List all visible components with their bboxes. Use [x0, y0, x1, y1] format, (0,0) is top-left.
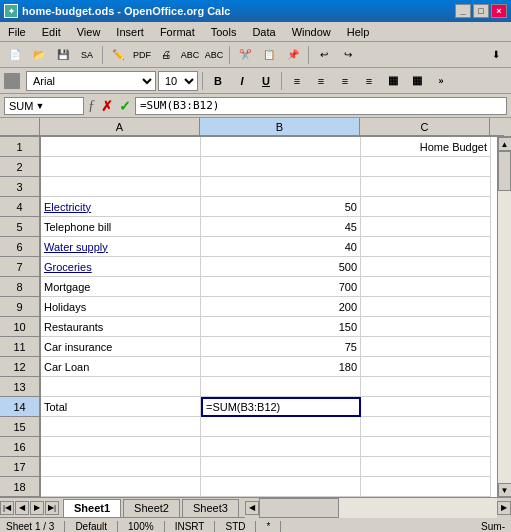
- undo-button[interactable]: ↩: [313, 45, 335, 65]
- pdf-button[interactable]: PDF: [131, 45, 153, 65]
- cell-b1[interactable]: [201, 137, 361, 157]
- row-header-13[interactable]: 13: [0, 377, 40, 397]
- cell-b4[interactable]: 50: [201, 197, 361, 217]
- cell-c3[interactable]: [361, 177, 491, 197]
- row-header-11[interactable]: 11: [0, 337, 40, 357]
- cell-a18[interactable]: [41, 477, 201, 497]
- cell-c5[interactable]: [361, 217, 491, 237]
- row-header-18[interactable]: 18: [0, 477, 40, 497]
- bold-button[interactable]: B: [207, 71, 229, 91]
- cell-a15[interactable]: [41, 417, 201, 437]
- sheet-nav-prev[interactable]: ◀: [15, 501, 29, 515]
- paste-button[interactable]: 📌: [282, 45, 304, 65]
- cell-c7[interactable]: [361, 257, 491, 277]
- cell-c8[interactable]: [361, 277, 491, 297]
- cell-a8[interactable]: Mortgage: [41, 277, 201, 297]
- row-header-12[interactable]: 12: [0, 357, 40, 377]
- sheet-nav[interactable]: |◀ ◀ ▶ ▶|: [0, 501, 59, 515]
- menu-help[interactable]: Help: [341, 24, 376, 40]
- col-header-c[interactable]: C: [360, 118, 490, 136]
- row-header-16[interactable]: 16: [0, 437, 40, 457]
- align-center-button[interactable]: ≡: [310, 71, 332, 91]
- cell-reference-box[interactable]: SUM ▼: [4, 97, 84, 115]
- menu-format[interactable]: Format: [154, 24, 201, 40]
- function-wizard-icon[interactable]: ƒ: [88, 98, 95, 114]
- accept-formula-icon[interactable]: ✓: [119, 98, 131, 114]
- cell-b15[interactable]: [201, 417, 361, 437]
- more-button[interactable]: »: [430, 71, 452, 91]
- cell-c17[interactable]: [361, 457, 491, 477]
- cell-b16[interactable]: [201, 437, 361, 457]
- sheet-nav-last[interactable]: ▶|: [45, 501, 59, 515]
- justify-button[interactable]: ≡: [358, 71, 380, 91]
- row-header-17[interactable]: 17: [0, 457, 40, 477]
- col-header-a[interactable]: A: [40, 118, 200, 136]
- hscroll-left[interactable]: ◀: [245, 501, 259, 515]
- cell-b2[interactable]: [201, 157, 361, 177]
- row-header-4[interactable]: 4: [0, 197, 40, 217]
- cell-a6[interactable]: Water supply: [41, 237, 201, 257]
- window-controls[interactable]: _ □ ×: [455, 4, 507, 18]
- cell-a9[interactable]: Holidays: [41, 297, 201, 317]
- copy-button[interactable]: 📋: [258, 45, 280, 65]
- cell-c1[interactable]: Home Budget: [361, 137, 491, 157]
- underline-button[interactable]: U: [255, 71, 277, 91]
- scroll-down-button[interactable]: ▼: [498, 483, 512, 497]
- cell-c13[interactable]: [361, 377, 491, 397]
- cell-c18[interactable]: [361, 477, 491, 497]
- cell-b6[interactable]: 40: [201, 237, 361, 257]
- cell-c4[interactable]: [361, 197, 491, 217]
- scroll-thumb[interactable]: [498, 151, 511, 191]
- new-button[interactable]: 📄: [4, 45, 26, 65]
- cell-b7[interactable]: 500: [201, 257, 361, 277]
- menu-insert[interactable]: Insert: [110, 24, 150, 40]
- menu-edit[interactable]: Edit: [36, 24, 67, 40]
- menu-window[interactable]: Window: [286, 24, 337, 40]
- row-header-7[interactable]: 7: [0, 257, 40, 277]
- hscroll-thumb[interactable]: [259, 498, 339, 518]
- menu-data[interactable]: Data: [246, 24, 281, 40]
- cell-c10[interactable]: [361, 317, 491, 337]
- cell-c14[interactable]: [361, 397, 491, 417]
- row-header-9[interactable]: 9: [0, 297, 40, 317]
- scroll-track[interactable]: [498, 151, 511, 483]
- cell-a4[interactable]: Electricity: [41, 197, 201, 217]
- cell-c12[interactable]: [361, 357, 491, 377]
- cell-a10[interactable]: Restaurants: [41, 317, 201, 337]
- cell-a14[interactable]: Total: [41, 397, 201, 417]
- row-header-2[interactable]: 2: [0, 157, 40, 177]
- row-header-10[interactable]: 10: [0, 317, 40, 337]
- align-left-button[interactable]: ≡: [286, 71, 308, 91]
- horizontal-scrollbar[interactable]: ◀ ▶: [245, 498, 511, 518]
- sheet-nav-first[interactable]: |◀: [0, 501, 14, 515]
- row-header-1[interactable]: 1: [0, 137, 40, 157]
- sheet-tab-2[interactable]: Sheet2: [123, 499, 180, 517]
- cell-a16[interactable]: [41, 437, 201, 457]
- close-button[interactable]: ×: [491, 4, 507, 18]
- hscroll-track[interactable]: [259, 498, 497, 518]
- spellcheck-button[interactable]: ABC: [179, 45, 201, 65]
- formula-input[interactable]: [135, 97, 507, 115]
- cell-c16[interactable]: [361, 437, 491, 457]
- cell-b17[interactable]: [201, 457, 361, 477]
- sheet-tab-1[interactable]: Sheet1: [63, 499, 121, 517]
- spellcheck2-button[interactable]: ABC: [203, 45, 225, 65]
- cell-b18[interactable]: [201, 477, 361, 497]
- row-header-15[interactable]: 15: [0, 417, 40, 437]
- cell-c6[interactable]: [361, 237, 491, 257]
- cut-button[interactable]: ✂️: [234, 45, 256, 65]
- open-button[interactable]: 📂: [28, 45, 50, 65]
- col-header-b[interactable]: B: [200, 118, 360, 136]
- italic-button[interactable]: I: [231, 71, 253, 91]
- font-size-select[interactable]: 10: [158, 71, 198, 91]
- cell-b14[interactable]: =SUM(B3:B12): [201, 397, 361, 417]
- cell-a7[interactable]: Groceries: [41, 257, 201, 277]
- cell-c15[interactable]: [361, 417, 491, 437]
- cell-b5[interactable]: 45: [201, 217, 361, 237]
- print-button[interactable]: 🖨: [155, 45, 177, 65]
- save-button[interactable]: 💾: [52, 45, 74, 65]
- cell-b10[interactable]: 150: [201, 317, 361, 337]
- row-header-3[interactable]: 3: [0, 177, 40, 197]
- cell-a11[interactable]: Car insurance: [41, 337, 201, 357]
- sheet-tab-3[interactable]: Sheet3: [182, 499, 239, 517]
